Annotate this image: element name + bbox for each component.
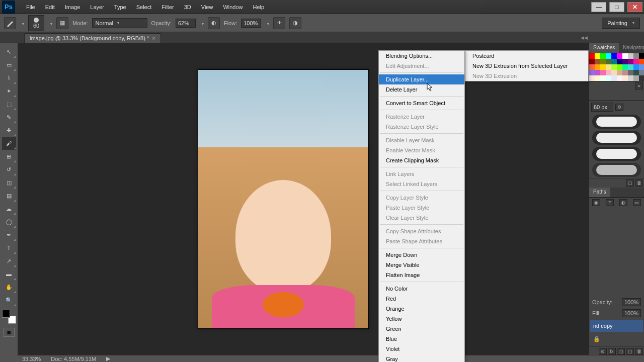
menu-image[interactable]: Image bbox=[60, 2, 86, 12]
swatch[interactable] bbox=[639, 59, 644, 64]
pressure-size-icon[interactable]: ◑ bbox=[289, 17, 301, 29]
menu-3d[interactable]: 3D bbox=[179, 2, 196, 12]
brush-size-input[interactable]: 60 px bbox=[591, 103, 613, 112]
swatch[interactable] bbox=[639, 70, 644, 75]
swatches-menu-icon[interactable]: ≡ bbox=[635, 82, 643, 89]
swatch[interactable] bbox=[622, 70, 628, 75]
tool-stamp[interactable]: ⊞ bbox=[2, 150, 16, 163]
swatch[interactable] bbox=[606, 70, 611, 75]
workspace-switcher[interactable]: Painting bbox=[602, 18, 640, 29]
maximize-button[interactable]: □ bbox=[609, 2, 624, 12]
delete-layer-icon[interactable]: 🗑 bbox=[635, 348, 643, 355]
tool-magic-wand[interactable]: ✦ bbox=[2, 84, 16, 98]
swatch[interactable] bbox=[606, 75, 611, 81]
swatch[interactable] bbox=[617, 64, 622, 70]
layer-opacity-input[interactable]: 100% bbox=[622, 298, 641, 306]
layer-row-bg[interactable]: 🔒 bbox=[590, 333, 643, 345]
submenu-new-d-extrusion-from-selected-layer[interactable]: New 3D Extrusion from Selected Layer bbox=[465, 61, 588, 71]
menu-layer[interactable]: Layer bbox=[85, 2, 109, 12]
flow-input[interactable]: 100% bbox=[241, 19, 261, 28]
swatch[interactable] bbox=[633, 53, 639, 59]
menu-select[interactable]: Select bbox=[131, 2, 157, 12]
ctx-convert-to-smart-object[interactable]: Convert to Smart Object bbox=[379, 98, 464, 108]
ctx-duplicate-layer-[interactable]: Duplicate Layer... bbox=[379, 74, 464, 84]
tool-healing[interactable]: ✚ bbox=[2, 124, 16, 137]
opacity-dropdown[interactable] bbox=[200, 20, 204, 26]
tool-hand[interactable]: ✋ bbox=[2, 281, 16, 294]
tool-pen[interactable]: ✒ bbox=[2, 228, 16, 241]
ctx-yellow[interactable]: Yellow bbox=[379, 314, 464, 324]
swatch[interactable] bbox=[589, 75, 595, 81]
ctx-delete-layer[interactable]: Delete Layer bbox=[379, 84, 464, 95]
menu-file[interactable]: File bbox=[21, 2, 40, 12]
swatch[interactable] bbox=[589, 53, 595, 59]
tab-navigator[interactable]: Navigator bbox=[619, 43, 644, 53]
ctx-create-clipping-mask[interactable]: Create Clipping Mask bbox=[379, 155, 464, 165]
tool-type[interactable]: T bbox=[2, 241, 16, 254]
flow-dropdown[interactable] bbox=[265, 20, 269, 26]
tool-rect-marquee[interactable]: ▭ bbox=[2, 58, 16, 71]
swatch[interactable] bbox=[600, 59, 606, 64]
status-arrow-icon[interactable]: ▶ bbox=[106, 355, 110, 362]
tool-preset-dropdown[interactable] bbox=[20, 20, 24, 26]
swatch[interactable] bbox=[600, 70, 606, 75]
layer-mask-icon[interactable]: ◻ bbox=[617, 348, 625, 355]
opacity-input[interactable]: 62% bbox=[176, 19, 196, 28]
tool-lasso[interactable]: ⌇ bbox=[2, 71, 16, 84]
swatch[interactable] bbox=[628, 75, 633, 81]
tool-eraser[interactable]: ◫ bbox=[2, 176, 16, 189]
swatch[interactable] bbox=[622, 64, 628, 70]
menu-filter[interactable]: Filter bbox=[156, 2, 179, 12]
swatch[interactable] bbox=[639, 75, 644, 81]
menu-help[interactable]: Help bbox=[248, 2, 270, 12]
swatch[interactable] bbox=[639, 64, 644, 70]
ctx-blending-options-[interactable]: Blending Options... bbox=[379, 51, 464, 61]
ctx-flatten-image[interactable]: Flatten Image bbox=[379, 270, 464, 280]
swatch[interactable] bbox=[628, 59, 633, 64]
swatch[interactable] bbox=[611, 53, 617, 59]
swatch[interactable] bbox=[628, 70, 633, 75]
new-brush-icon[interactable]: ▢ bbox=[626, 179, 634, 187]
menu-type[interactable]: Type bbox=[109, 2, 131, 12]
brush-preset-3[interactable] bbox=[592, 147, 641, 161]
brush-preset-1[interactable] bbox=[592, 115, 641, 129]
swatch[interactable] bbox=[617, 59, 622, 64]
pressure-opacity-icon[interactable]: ◐ bbox=[208, 17, 220, 29]
tool-blur[interactable]: ☁ bbox=[2, 202, 16, 215]
adj-icon[interactable]: ◐ bbox=[619, 199, 627, 206]
ctx-red[interactable]: Red bbox=[379, 294, 464, 304]
submenu-postcard[interactable]: Postcard bbox=[465, 51, 588, 61]
link-layers-icon[interactable]: ⊘ bbox=[599, 348, 607, 355]
tool-gradient[interactable]: ▤ bbox=[2, 189, 16, 202]
ctx-gray[interactable]: Gray bbox=[379, 354, 464, 362]
document-tab-close[interactable]: × bbox=[152, 35, 155, 41]
panel-collapse-icon[interactable]: ◀◀ bbox=[581, 35, 588, 40]
swatch[interactable] bbox=[589, 59, 595, 64]
menu-window[interactable]: Window bbox=[218, 2, 248, 12]
swatch[interactable] bbox=[628, 53, 633, 59]
tool-shape[interactable]: ▬ bbox=[2, 267, 16, 281]
tool-brush[interactable]: 🖌 bbox=[2, 137, 16, 150]
ctx-blue[interactable]: Blue bbox=[379, 334, 464, 344]
tool-path-select[interactable]: ↗ bbox=[2, 254, 16, 267]
brush-panel-toggle[interactable]: ▦ bbox=[56, 17, 68, 29]
document-canvas[interactable] bbox=[198, 69, 369, 329]
brush-preset-4[interactable] bbox=[592, 163, 641, 177]
swatch[interactable] bbox=[595, 59, 600, 64]
tool-move[interactable]: ↖ bbox=[2, 45, 16, 58]
swatch[interactable] bbox=[617, 75, 622, 81]
menu-edit[interactable]: Edit bbox=[40, 2, 60, 12]
brush-dropdown[interactable] bbox=[48, 20, 52, 26]
swatch[interactable] bbox=[600, 64, 606, 70]
swatch[interactable] bbox=[606, 59, 611, 64]
fx-icon[interactable]: fx bbox=[608, 348, 616, 355]
airbrush-icon[interactable]: ✈ bbox=[273, 17, 285, 29]
tool-eyedropper[interactable]: ✎ bbox=[2, 111, 16, 124]
swatch[interactable] bbox=[611, 59, 617, 64]
close-button[interactable]: ✕ bbox=[627, 2, 642, 12]
swatch[interactable] bbox=[595, 70, 600, 75]
quick-mask-toggle[interactable]: ◙ bbox=[4, 328, 15, 337]
swatch[interactable] bbox=[611, 70, 617, 75]
tab-swatches[interactable]: Swatches bbox=[589, 43, 619, 53]
swatch[interactable] bbox=[595, 64, 600, 70]
